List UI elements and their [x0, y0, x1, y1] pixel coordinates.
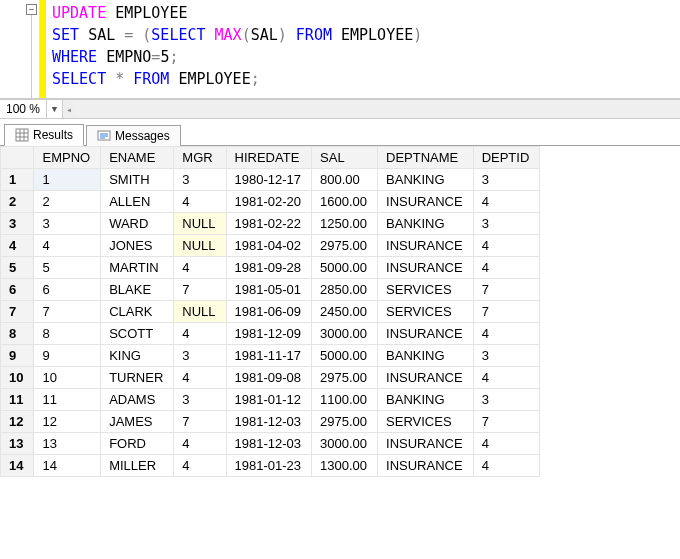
row-header[interactable]: 11 [1, 389, 34, 411]
results-grid[interactable]: EMPNOENAMEMGRHIREDATESALDEPTNAMEDEPTID 1… [0, 146, 540, 477]
cell[interactable]: 13 [34, 433, 101, 455]
tab-results[interactable]: Results [4, 124, 84, 146]
cell[interactable]: 8 [34, 323, 101, 345]
cell[interactable]: 7 [174, 279, 226, 301]
row-header[interactable]: 9 [1, 345, 34, 367]
cell[interactable]: 1100.00 [312, 389, 378, 411]
cell[interactable]: 4 [473, 433, 540, 455]
cell[interactable]: 5 [34, 257, 101, 279]
cell[interactable]: 3 [473, 389, 540, 411]
cell[interactable]: 1981-05-01 [226, 279, 312, 301]
table-row[interactable]: 88SCOTT41981-12-093000.00INSURANCE4 [1, 323, 540, 345]
cell[interactable]: 14 [34, 455, 101, 477]
cell[interactable]: 9 [34, 345, 101, 367]
cell[interactable]: 4 [174, 455, 226, 477]
cell[interactable]: 1300.00 [312, 455, 378, 477]
cell[interactable]: BANKING [378, 213, 474, 235]
column-header[interactable]: EMPNO [34, 147, 101, 169]
cell[interactable]: 1981-01-23 [226, 455, 312, 477]
cell[interactable]: 1981-09-28 [226, 257, 312, 279]
cell[interactable]: 1981-12-03 [226, 433, 312, 455]
column-header[interactable]: DEPTID [473, 147, 540, 169]
zoom-dropdown-icon[interactable]: ▼ [47, 100, 63, 118]
cell[interactable]: 7 [473, 279, 540, 301]
cell[interactable]: 2975.00 [312, 411, 378, 433]
cell[interactable]: NULL [174, 235, 226, 257]
cell[interactable]: BLAKE [101, 279, 174, 301]
table-row[interactable]: 22ALLEN41981-02-201600.00INSURANCE4 [1, 191, 540, 213]
cell[interactable]: 1250.00 [312, 213, 378, 235]
cell[interactable]: 2975.00 [312, 235, 378, 257]
cell[interactable]: 4 [473, 455, 540, 477]
cell[interactable]: INSURANCE [378, 323, 474, 345]
row-header[interactable]: 4 [1, 235, 34, 257]
cell[interactable]: 1981-02-22 [226, 213, 312, 235]
cell[interactable]: JAMES [101, 411, 174, 433]
row-header[interactable]: 14 [1, 455, 34, 477]
row-header[interactable]: 1 [1, 169, 34, 191]
row-header[interactable]: 3 [1, 213, 34, 235]
cell[interactable]: BANKING [378, 169, 474, 191]
cell[interactable]: 4 [174, 191, 226, 213]
table-row[interactable]: 1313FORD41981-12-033000.00INSURANCE4 [1, 433, 540, 455]
table-row[interactable]: 1212JAMES71981-12-032975.00SERVICES7 [1, 411, 540, 433]
cell[interactable]: 11 [34, 389, 101, 411]
row-header[interactable]: 13 [1, 433, 34, 455]
cell[interactable]: BANKING [378, 389, 474, 411]
cell[interactable]: 1981-12-03 [226, 411, 312, 433]
row-header[interactable]: 8 [1, 323, 34, 345]
cell[interactable]: NULL [174, 301, 226, 323]
cell[interactable]: 1 [34, 169, 101, 191]
cell[interactable]: 4 [473, 323, 540, 345]
row-header[interactable]: 6 [1, 279, 34, 301]
cell[interactable]: 4 [174, 367, 226, 389]
cell[interactable]: 3 [473, 169, 540, 191]
cell[interactable]: SERVICES [378, 411, 474, 433]
cell[interactable]: BANKING [378, 345, 474, 367]
cell[interactable]: SERVICES [378, 279, 474, 301]
code-area[interactable]: UPDATE EMPLOYEESET SAL = (SELECT MAX(SAL… [46, 0, 428, 98]
fold-toggle-icon[interactable]: − [26, 4, 37, 15]
cell[interactable]: 7 [174, 411, 226, 433]
cell[interactable]: 1981-01-12 [226, 389, 312, 411]
column-header[interactable]: HIREDATE [226, 147, 312, 169]
cell[interactable]: CLARK [101, 301, 174, 323]
cell[interactable]: 10 [34, 367, 101, 389]
row-header[interactable]: 5 [1, 257, 34, 279]
cell[interactable]: 3 [34, 213, 101, 235]
cell[interactable]: 1600.00 [312, 191, 378, 213]
cell[interactable]: INSURANCE [378, 455, 474, 477]
cell[interactable]: 3 [473, 345, 540, 367]
cell[interactable]: 800.00 [312, 169, 378, 191]
column-header[interactable]: DEPTNAME [378, 147, 474, 169]
row-header[interactable]: 10 [1, 367, 34, 389]
cell[interactable]: MARTIN [101, 257, 174, 279]
row-header[interactable]: 2 [1, 191, 34, 213]
cell[interactable]: 7 [34, 301, 101, 323]
cell[interactable]: ALLEN [101, 191, 174, 213]
table-row[interactable]: 55MARTIN41981-09-285000.00INSURANCE4 [1, 257, 540, 279]
table-row[interactable]: 66BLAKE71981-05-012850.00SERVICES7 [1, 279, 540, 301]
table-row[interactable]: 1111ADAMS31981-01-121100.00BANKING3 [1, 389, 540, 411]
cell[interactable]: 4 [174, 433, 226, 455]
cell[interactable]: 7 [473, 301, 540, 323]
cell[interactable]: INSURANCE [378, 235, 474, 257]
tab-messages[interactable]: Messages [86, 125, 181, 146]
cell[interactable]: 6 [34, 279, 101, 301]
cell[interactable]: 4 [473, 235, 540, 257]
cell[interactable]: 12 [34, 411, 101, 433]
cell[interactable]: 3 [174, 345, 226, 367]
cell[interactable]: 2975.00 [312, 367, 378, 389]
table-row[interactable]: 11SMITH31980-12-17800.00BANKING3 [1, 169, 540, 191]
cell[interactable]: ADAMS [101, 389, 174, 411]
cell[interactable]: 5000.00 [312, 257, 378, 279]
column-header[interactable]: MGR [174, 147, 226, 169]
cell[interactable]: NULL [174, 213, 226, 235]
cell[interactable]: 4 [473, 191, 540, 213]
cell[interactable]: INSURANCE [378, 257, 474, 279]
cell[interactable]: 1981-09-08 [226, 367, 312, 389]
cell[interactable]: TURNER [101, 367, 174, 389]
column-header[interactable]: SAL [312, 147, 378, 169]
column-header[interactable]: ENAME [101, 147, 174, 169]
cell[interactable]: 1981-11-17 [226, 345, 312, 367]
